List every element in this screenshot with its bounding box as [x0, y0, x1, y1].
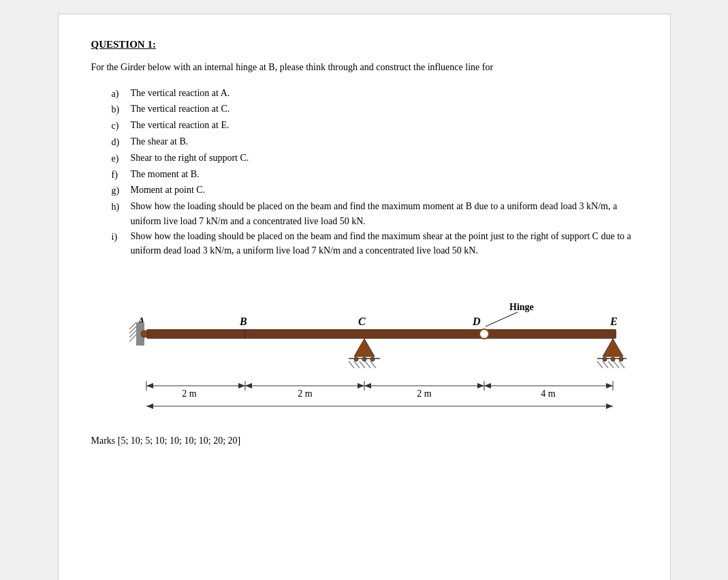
support-c-triangle [354, 339, 375, 356]
overall-arrow-left [146, 403, 153, 409]
hatch-c1 [349, 361, 354, 368]
dim2-arrow-left [245, 383, 252, 388]
hatch-e2 [603, 361, 608, 368]
item-text-a: The vertical reaction at A. [131, 86, 637, 102]
beam-diagram: A B C D E Hinge [109, 280, 627, 416]
item-text-d: The shear at B. [131, 134, 637, 151]
intro-text: For the Girder below with an internal hi… [91, 60, 637, 75]
roller-c-2 [362, 357, 366, 361]
dim1-arrow-right [238, 383, 245, 388]
item-text-f: The moment at B. [131, 167, 637, 183]
overall-arrow-right [606, 403, 613, 409]
item-label-i: i) [112, 229, 127, 258]
item-label-d: d) [112, 134, 127, 151]
list-item: f) The moment at B. [112, 167, 637, 183]
item-label-h: h) [112, 199, 127, 228]
point-d-label: D [472, 316, 481, 327]
hatch-c5 [370, 361, 376, 368]
item-text-c: The vertical reaction at E. [131, 118, 637, 134]
page: QUESTION 1: For the Girder below with an… [58, 14, 671, 580]
item-label-f: f) [112, 167, 127, 183]
pin-a [141, 331, 148, 337]
dim1-arrow-left [146, 383, 153, 388]
dim2-text: 2 m [298, 388, 313, 399]
question-list: a) The vertical reaction at A. b) The ve… [91, 86, 637, 258]
list-item: i) Show how the loading should be placed… [112, 229, 637, 258]
hinge-arrow [486, 312, 518, 326]
list-item: d) The shear at B. [112, 134, 637, 151]
dim4-arrow-right [606, 383, 613, 388]
dim3-arrow-left [364, 383, 371, 388]
point-b-label: B [239, 316, 247, 327]
dim4-text: 4 m [541, 388, 556, 399]
list-item: c) The vertical reaction at E. [112, 118, 637, 134]
dim3-text: 2 m [417, 388, 432, 399]
dim4-arrow-left [484, 383, 491, 388]
point-c-label: C [358, 316, 366, 327]
beam-bar [146, 329, 616, 339]
hatch-c4 [365, 361, 370, 368]
hinge-d-circle [479, 329, 489, 339]
item-label-c: c) [112, 118, 127, 134]
hatch-e5 [619, 361, 624, 368]
support-e-triangle [603, 339, 623, 356]
point-e-label: E [610, 316, 618, 327]
item-text-g: Moment at point C. [131, 183, 637, 199]
list-item: g) Moment at point C. [112, 183, 637, 199]
marks-text: Marks [5; 10; 5; 10; 10; 10; 10; 20; 20] [91, 436, 637, 446]
item-text-i: Show how the loading should be placed on… [131, 229, 637, 258]
list-item: e) Shear to the right of support C. [112, 151, 637, 167]
item-text-h: Show how the loading should be placed on… [131, 199, 637, 228]
list-item: b) The vertical reaction at C. [112, 102, 637, 118]
roller-c-1 [354, 357, 358, 361]
roller-e-3 [619, 357, 623, 361]
hatch-c3 [360, 361, 365, 368]
hinge-label: Hinge [509, 302, 534, 312]
item-label-g: g) [112, 183, 127, 199]
roller-e-1 [603, 357, 607, 361]
dim1-text: 2 m [182, 388, 197, 399]
hatch-e1 [597, 361, 603, 368]
item-label-a: a) [112, 86, 127, 102]
roller-e-2 [611, 357, 615, 361]
dim3-arrow-right [477, 383, 484, 388]
item-text-e: Shear to the right of support C. [131, 151, 637, 167]
item-text-b: The vertical reaction at C. [131, 102, 637, 118]
diagram-area: A B C D E Hinge [91, 280, 637, 416]
hatch-e4 [614, 361, 619, 368]
item-label-b: b) [112, 102, 127, 118]
hatch-c2 [354, 361, 360, 368]
item-label-e: e) [112, 151, 127, 167]
dim2-arrow-right [358, 383, 364, 388]
question-title: QUESTION 1: [91, 39, 637, 50]
roller-c-3 [370, 357, 375, 361]
hatch-e3 [608, 361, 614, 368]
list-item: a) The vertical reaction at A. [112, 86, 637, 102]
list-item: h) Show how the loading should be placed… [112, 199, 637, 228]
